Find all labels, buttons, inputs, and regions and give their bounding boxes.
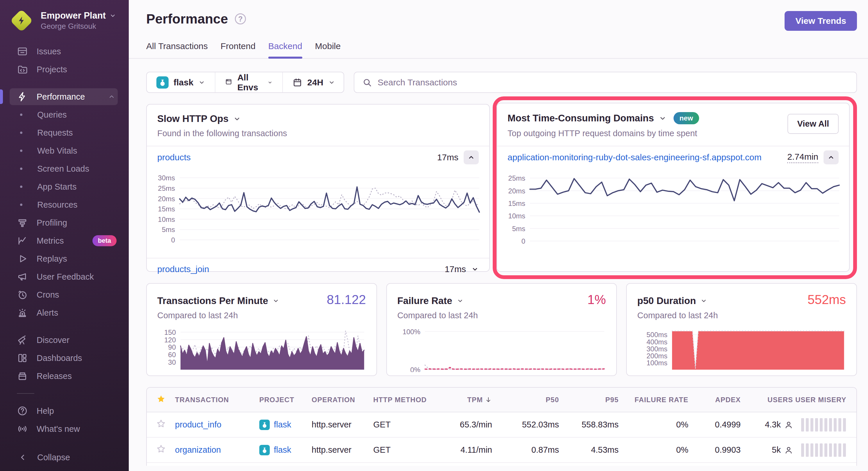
products-link[interactable]: products xyxy=(157,153,191,162)
search-icon xyxy=(363,78,372,87)
highlight-annotation: Most Time-Consuming Domains new Top outg… xyxy=(493,96,857,279)
org-switcher[interactable]: Empower Plant George Gritsouk xyxy=(0,9,129,32)
sidebar-item-discover[interactable]: Discover xyxy=(0,331,129,349)
star-column-header[interactable] xyxy=(147,394,175,406)
chevron-down-icon xyxy=(659,114,666,122)
chevron-down-icon xyxy=(328,79,335,86)
p50-duration-chart: 500ms400ms300ms200ms100ms xyxy=(637,328,846,372)
svg-text:15ms: 15ms xyxy=(508,200,525,207)
tpm-title[interactable]: Transactions Per Minute xyxy=(157,295,279,306)
page-filter-group: flask All Envs 24H xyxy=(146,72,344,93)
crons-icon xyxy=(17,289,28,300)
domain-row: application-monitoring-ruby-dot-sales-en… xyxy=(497,146,849,168)
operation-cell: http.server xyxy=(312,445,373,455)
project-filter[interactable]: flask xyxy=(147,72,215,92)
column-header-http-method[interactable]: HTTP METHOD xyxy=(373,396,441,404)
tab-mobile[interactable]: Mobile xyxy=(315,41,341,58)
svg-text:0: 0 xyxy=(171,236,175,244)
sidebar-item-label: Replays xyxy=(37,254,67,264)
expand-products-join-button[interactable] xyxy=(471,265,479,273)
p50-duration-title[interactable]: p50 Duration xyxy=(637,295,707,306)
sidebar-item-resources[interactable]: Resources xyxy=(0,196,129,214)
collapse-domain-button[interactable] xyxy=(824,150,839,164)
view-trends-button[interactable]: View Trends xyxy=(784,11,857,31)
sidebar-item-label: App Starts xyxy=(37,182,76,192)
sidebar-item-label: Issues xyxy=(37,47,61,56)
svg-text:200ms: 200ms xyxy=(647,352,668,360)
slow-http-ops-title[interactable]: Slow HTTP Ops xyxy=(157,113,479,124)
sidebar-item-app-starts[interactable]: App Starts xyxy=(0,178,129,196)
transaction-link[interactable]: product_info xyxy=(175,420,221,429)
view-all-button[interactable]: View All xyxy=(787,114,839,134)
sidebar-collapse-button[interactable]: Collapse xyxy=(0,448,129,466)
bullet-icon xyxy=(20,168,22,170)
tab-backend[interactable]: Backend xyxy=(268,41,302,58)
collapse-products-button[interactable] xyxy=(464,150,479,164)
sidebar-item-releases[interactable]: Releases xyxy=(0,367,129,385)
whatsnew-icon xyxy=(17,424,28,434)
project-link[interactable]: flask xyxy=(259,419,309,430)
tpm-subtitle: Compared to last 24h xyxy=(157,311,366,320)
project-link[interactable]: flask xyxy=(259,445,309,455)
p95-cell: 4.53ms xyxy=(561,445,621,455)
help-question-icon[interactable]: ? xyxy=(235,13,246,24)
date-range-filter[interactable]: 24H xyxy=(282,72,345,92)
sidebar-item-alerts[interactable]: Alerts xyxy=(0,304,129,322)
sidebar-item-web-vitals[interactable]: Web Vitals xyxy=(0,142,129,160)
column-header-operation[interactable]: OPERATION xyxy=(312,396,373,404)
environment-filter[interactable]: All Envs xyxy=(215,72,282,92)
products-join-link[interactable]: products_join xyxy=(157,264,209,274)
svg-text:20ms: 20ms xyxy=(508,187,525,195)
sidebar-item-issues[interactable]: Issues xyxy=(0,42,129,60)
chevron-down-icon xyxy=(109,12,116,19)
sidebar-item-user-feedback[interactable]: User Feedback xyxy=(0,268,129,286)
chevron-left-icon xyxy=(19,453,27,462)
star-toggle[interactable] xyxy=(156,444,166,456)
transaction-link[interactable]: organization xyxy=(175,445,221,455)
column-header-failure-rate[interactable]: FAILURE RATE xyxy=(621,396,691,404)
sidebar-item-performance[interactable]: Performance xyxy=(0,88,129,106)
search-input[interactable] xyxy=(378,77,848,88)
sidebar-item-label: Alerts xyxy=(37,308,58,318)
column-header-p95[interactable]: P95 xyxy=(561,396,621,404)
column-header-users[interactable]: USERS xyxy=(743,396,795,404)
sidebar-item-queries[interactable]: Queries xyxy=(0,106,129,124)
tpm-panel: Transactions Per Minute 81.122 Compared … xyxy=(146,283,377,376)
sidebar-item-screen-loads[interactable]: Screen Loads xyxy=(0,160,129,178)
svg-text:5ms: 5ms xyxy=(512,225,525,233)
flask-project-icon xyxy=(156,76,168,89)
domain-link[interactable]: application-monitoring-ruby-dot-sales-en… xyxy=(507,153,762,162)
sidebar-item-metrics[interactable]: Metricsbeta xyxy=(0,232,129,250)
sidebar-item-requests[interactable]: Requests xyxy=(0,124,129,142)
svg-text:10ms: 10ms xyxy=(508,212,525,220)
users-cell: 4.3k xyxy=(743,420,795,430)
table-header: TRANSACTIONPROJECTOPERATIONHTTP METHODTP… xyxy=(147,388,856,412)
star-toggle[interactable] xyxy=(156,419,166,431)
failure-rate-title[interactable]: Failure Rate xyxy=(397,295,464,306)
metrics-icon xyxy=(17,235,28,246)
column-header-project[interactable]: PROJECT xyxy=(259,396,312,404)
column-header-transaction[interactable]: TRANSACTION xyxy=(175,396,259,404)
sidebar-item-help[interactable]: Help xyxy=(0,402,129,420)
replays-icon xyxy=(17,253,28,264)
http-method-cell: GET xyxy=(373,445,441,455)
sidebar-item-whats-new[interactable]: What's new xyxy=(0,420,129,438)
column-header-tpm[interactable]: TPM xyxy=(441,396,494,404)
table-row: organizationflaskhttp.serverGET4.11/min0… xyxy=(147,438,856,463)
column-header-user-misery[interactable]: USER MISERY xyxy=(795,396,856,404)
products-duration: 17ms xyxy=(437,153,458,162)
tab-frontend[interactable]: Frontend xyxy=(221,41,255,58)
flask-project-icon xyxy=(259,445,270,455)
column-header-p50[interactable]: P50 xyxy=(494,396,561,404)
user-misery-cell xyxy=(795,443,856,457)
sidebar-item-profiling[interactable]: Profiling xyxy=(0,214,129,232)
sidebar-item-replays[interactable]: Replays xyxy=(0,250,129,268)
tab-all-transactions[interactable]: All Transactions xyxy=(146,41,208,58)
sidebar-item-dashboards[interactable]: Dashboards xyxy=(0,349,129,367)
sidebar-item-crons[interactable]: Crons xyxy=(0,286,129,304)
sidebar-item-projects[interactable]: Projects xyxy=(0,60,129,78)
search-container xyxy=(354,72,857,93)
column-header-apdex[interactable]: APDEX xyxy=(691,396,743,404)
sidebar-item-label: Profiling xyxy=(37,218,67,228)
bullet-icon xyxy=(20,132,22,134)
